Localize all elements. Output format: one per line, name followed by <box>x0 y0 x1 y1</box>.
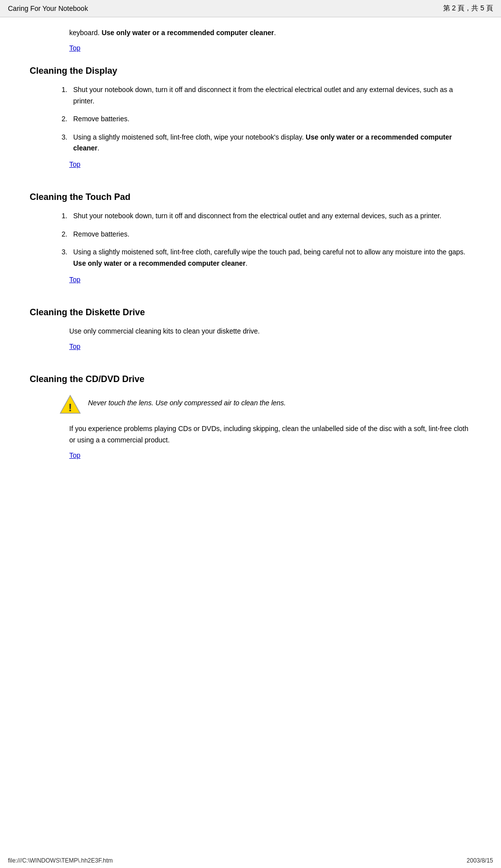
step-text: Remove batteries. <box>73 230 130 238</box>
intro-bold-text: Use only water or a recommended computer… <box>101 29 274 37</box>
section-cleaning-touchpad: Cleaning the Touch Pad Shut your noteboo… <box>30 192 471 293</box>
footer-url: file:///C:\WINDOWS\TEMP\.hh2E3F.htm <box>8 857 113 864</box>
list-item: Shut your notebook down, turn it off and… <box>69 210 471 221</box>
list-item: Shut your notebook down, turn it off and… <box>69 84 471 106</box>
warning-icon: ! <box>59 393 81 415</box>
intro-paragraph: keyboard. Use only water or a recommende… <box>69 27 471 38</box>
svg-text:!: ! <box>68 401 72 414</box>
list-item: Remove batteries. <box>69 113 471 124</box>
list-item: Using a slightly moistened soft, lint-fr… <box>69 246 471 269</box>
list-item: Using a slightly moistened soft, lint-fr… <box>69 132 471 154</box>
warning-box: ! Never touch the lens. Use only compres… <box>59 392 471 415</box>
section-diskette-title: Cleaning the Diskette Drive <box>30 307 471 318</box>
step-text: Remove batteries. <box>73 115 130 123</box>
cddvd-top-link[interactable]: Top <box>69 451 81 459</box>
section-cleaning-diskette: Cleaning the Diskette Drive Use only com… <box>30 307 471 360</box>
page-title: Caring For Your Notebook <box>8 4 88 12</box>
section-cleaning-cddvd: Cleaning the CD/DVD Drive ! Never touch … <box>30 374 471 469</box>
step-text-before-bold: Using a slightly moistened soft, lint-fr… <box>73 133 306 141</box>
page-content: keyboard. Use only water or a recommende… <box>0 17 501 503</box>
pagination-label: 第 2 頁，共 5 頁 <box>443 4 493 13</box>
section-touchpad-steps: Shut your notebook down, turn it off and… <box>69 210 471 269</box>
intro-text-before-bold: keyboard. <box>69 29 101 37</box>
display-top-link[interactable]: Top <box>69 160 81 168</box>
step-bold-text: Use only water or a recommended computer… <box>73 259 246 267</box>
step-text-before-bold: Using a slightly moistened soft, lint-fr… <box>73 248 465 256</box>
step-text: Shut your notebook down, turn it off and… <box>73 86 453 104</box>
step-text: Shut your notebook down, turn it off and… <box>73 212 442 220</box>
section-cleaning-display: Cleaning the Display Shut your notebook … <box>30 66 471 178</box>
intro-top-link[interactable]: Top <box>69 44 81 52</box>
section-display-title: Cleaning the Display <box>30 66 471 76</box>
touchpad-top-link[interactable]: Top <box>69 276 81 284</box>
warning-text: Never touch the lens. Use only compresse… <box>88 392 286 408</box>
diskette-paragraph: Use only commercial cleaning kits to cle… <box>69 326 471 337</box>
section-touchpad-title: Cleaning the Touch Pad <box>30 192 471 202</box>
section-display-steps: Shut your notebook down, turn it off and… <box>69 84 471 153</box>
page-footer: file:///C:\WINDOWS\TEMP\.hh2E3F.htm 2003… <box>0 857 501 864</box>
footer-date: 2003/8/15 <box>467 857 493 864</box>
list-item: Remove batteries. <box>69 229 471 240</box>
step-text-after-bold: . <box>97 144 99 152</box>
page-header: Caring For Your Notebook 第 2 頁，共 5 頁 <box>0 0 501 17</box>
section-cddvd-title: Cleaning the CD/DVD Drive <box>30 374 471 385</box>
cddvd-paragraph: If you experience problems playing CDs o… <box>69 423 471 445</box>
intro-text-after-bold: . <box>274 29 276 37</box>
step-text-after-bold: . <box>246 259 248 267</box>
diskette-top-link[interactable]: Top <box>69 342 81 350</box>
